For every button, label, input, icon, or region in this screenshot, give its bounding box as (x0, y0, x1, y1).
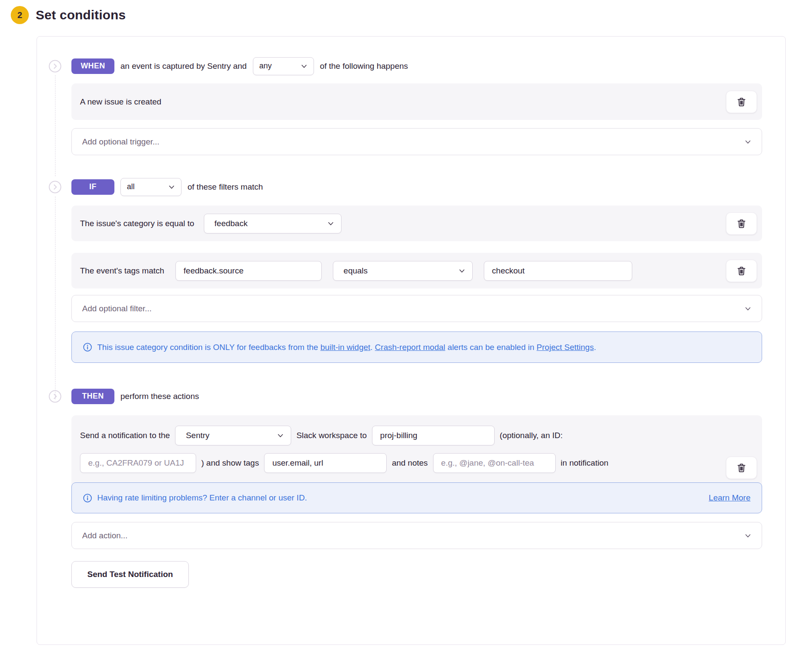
send-test-notification-button[interactable]: Send Test Notification (71, 561, 189, 588)
filter-tags-label: The event's tags match (80, 266, 164, 276)
alert-text: This issue category condition is ONLY fo… (97, 340, 596, 354)
add-optional-filter-row[interactable]: Add optional filter... (71, 295, 762, 322)
step-number-badge: 2 (11, 6, 29, 24)
tag-match-select[interactable]: equals (333, 261, 473, 281)
add-action-row[interactable]: Add action... (71, 522, 762, 549)
then-step-header: THEN perform these actions (71, 388, 762, 404)
then-badge: THEN (71, 389, 114, 404)
when-text-after: of the following happens (320, 61, 408, 71)
when-step-header: WHEN an event is captured by Sentry and … (71, 58, 762, 74)
tag-match-select-value: equals (344, 266, 368, 276)
category-select-value: feedback (215, 219, 248, 228)
when-condition-label: A new issue is created (80, 97, 161, 107)
chevron-right-circle-icon (49, 390, 62, 403)
info-icon (83, 494, 92, 503)
delete-action-button[interactable] (726, 457, 757, 479)
step-connector-line (55, 196, 55, 399)
then-text-after: perform these actions (120, 392, 199, 401)
rate-limit-text: Having rate limiting problems? Enter a c… (97, 493, 307, 503)
tag-value-input[interactable] (484, 261, 632, 281)
slack-action-config: Send a notification to the Sentry Slack … (80, 426, 613, 473)
add-optional-trigger-row[interactable]: Add optional trigger... (71, 128, 762, 155)
if-match-select-value: all (127, 182, 135, 191)
chevron-down-icon (277, 432, 284, 439)
if-step-header: IF all of these filters match (71, 179, 762, 195)
workspace-label: Slack workspace to (296, 431, 367, 440)
trash-icon (736, 97, 747, 107)
when-text-before: an event is captured by Sentry and (120, 61, 247, 71)
send-notification-label: Send a notification to the (80, 431, 170, 440)
info-icon (83, 343, 92, 352)
alert-text-segment: . (594, 343, 596, 352)
chevron-down-icon (744, 138, 751, 145)
project-settings-link[interactable]: Project Settings (537, 343, 594, 352)
channel-id-input[interactable] (80, 453, 196, 473)
when-condition-row: A new issue is created (71, 83, 762, 120)
delete-condition-button[interactable] (726, 91, 757, 113)
filter-category-label: The issue's category is equal to (80, 219, 194, 228)
when-badge: WHEN (71, 58, 114, 74)
alert-text-segment: alerts can be enabled in (445, 343, 536, 352)
filter-category-row: The issue's category is equal to feedbac… (71, 206, 762, 241)
show-tags-label: ) and show tags (201, 458, 259, 468)
delete-filter-button[interactable] (726, 212, 757, 235)
chevron-right-circle-icon (49, 60, 62, 73)
conditions-card: WHEN an event is captured by Sentry and … (37, 36, 786, 645)
category-select[interactable]: feedback (204, 214, 341, 233)
step-connector-line (55, 75, 55, 176)
chevron-down-icon (744, 532, 751, 539)
notes-label: and notes (392, 458, 428, 468)
learn-more-link[interactable]: Learn More (709, 493, 750, 503)
chevron-down-icon (458, 267, 465, 274)
chevron-down-icon (744, 305, 751, 312)
tag-key-input[interactable] (175, 261, 322, 281)
chevron-down-icon (327, 220, 334, 227)
when-match-select[interactable]: any (253, 57, 314, 75)
if-match-select[interactable]: all (120, 178, 181, 196)
integration-select-value: Sentry (186, 431, 209, 440)
in-notification-label: in notification (561, 458, 609, 468)
trash-icon (736, 463, 747, 473)
crash-report-modal-link[interactable]: Crash-report modal (375, 343, 446, 352)
integration-select[interactable]: Sentry (175, 426, 291, 445)
if-text-after: of these filters match (188, 182, 263, 192)
if-badge: IF (71, 179, 114, 195)
alert-text-segment: . (370, 343, 375, 352)
trash-icon (736, 218, 747, 229)
trash-icon (736, 266, 747, 276)
chevron-right-circle-icon (49, 181, 62, 193)
add-action-placeholder: Add action... (82, 531, 128, 540)
filter-tags-row: The event's tags match equals (71, 253, 762, 288)
delete-filter-button[interactable] (726, 260, 757, 282)
add-filter-placeholder: Add optional filter... (82, 304, 152, 313)
slack-action-row: Send a notification to the Sentry Slack … (71, 415, 762, 513)
alert-text-segment: This issue category condition is ONLY fo… (97, 343, 320, 352)
built-in-widget-link[interactable]: built-in widget (320, 343, 370, 352)
page-title: Set conditions (36, 8, 126, 22)
notes-input[interactable] (433, 453, 556, 473)
page-header: 2 Set conditions (0, 0, 812, 24)
add-trigger-placeholder: Add optional trigger... (82, 137, 160, 147)
when-match-select-value: any (259, 61, 272, 71)
rate-limit-info-alert: Having rate limiting problems? Enter a c… (71, 482, 762, 513)
channel-input[interactable] (372, 426, 495, 445)
chevron-down-icon (168, 184, 175, 190)
tags-input[interactable] (264, 453, 387, 473)
optional-id-label: (optionally, an ID: (500, 431, 563, 440)
chevron-down-icon (301, 63, 308, 70)
feedback-category-info-alert: This issue category condition is ONLY fo… (71, 331, 762, 363)
